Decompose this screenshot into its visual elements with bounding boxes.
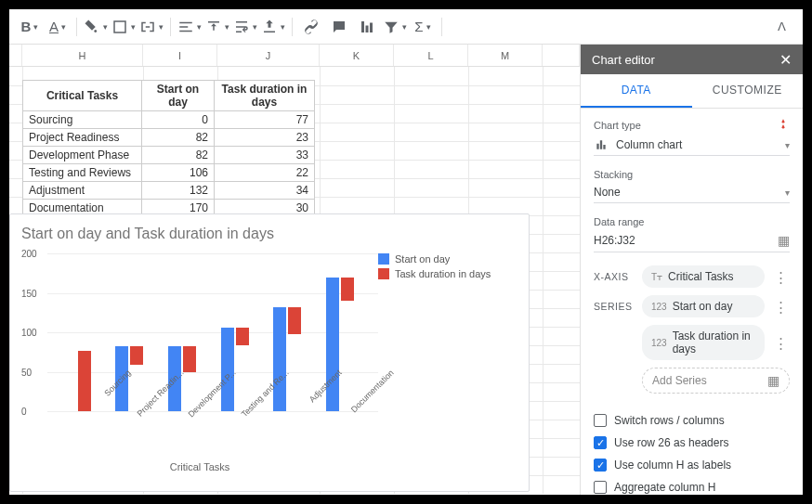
- number-type-icon: 123: [651, 302, 667, 312]
- col-header[interactable]: M: [468, 45, 543, 66]
- spreadsheet-area[interactable]: H I J K L M: [9, 45, 580, 495]
- close-icon[interactable]: ✕: [779, 51, 792, 69]
- aggregate-checkbox[interactable]: Aggregate column H: [594, 481, 790, 494]
- link-icon[interactable]: [298, 14, 324, 40]
- text-color-icon[interactable]: A: [45, 14, 71, 40]
- data-table[interactable]: Critical Tasks Start on day Task duratio…: [22, 80, 315, 217]
- chart-title: Start on day and Task duration in days: [21, 226, 517, 242]
- chart-type-thumb-icon: [777, 118, 790, 133]
- series-chip[interactable]: 123 Task duration in days: [642, 325, 765, 360]
- tab-data[interactable]: DATA: [581, 74, 692, 108]
- table-row: Development Phase8233: [23, 147, 315, 164]
- wrap-icon[interactable]: [232, 14, 258, 40]
- switch-rows-checkbox[interactable]: Switch rows / columns: [594, 414, 790, 427]
- panel-title: Chart editor: [592, 53, 655, 67]
- chart-plot: 050100150200SourcingProject Readin...Dev…: [21, 248, 378, 461]
- number-type-icon: 123: [651, 338, 667, 348]
- merge-icon[interactable]: [138, 14, 164, 40]
- chart-type-select[interactable]: Column chart ▾: [594, 136, 790, 156]
- fill-color-icon[interactable]: [83, 14, 109, 40]
- col-header[interactable]: K: [320, 45, 394, 66]
- align-v-icon[interactable]: [204, 14, 230, 40]
- filter-icon[interactable]: [382, 14, 408, 40]
- table-row: Sourcing077: [23, 111, 315, 129]
- xaxis-chip[interactable]: Tᴛ Critical Tasks: [642, 265, 765, 288]
- chart-type-label: Chart type: [594, 120, 641, 131]
- series-chip[interactable]: 123 Start on day: [642, 295, 765, 317]
- panel-header: Chart editor ✕: [581, 45, 803, 74]
- toolbar: B A Σ ᐱ: [9, 9, 803, 45]
- chart-legend: Start on day Task duration in days: [378, 248, 517, 461]
- use-headers-checkbox[interactable]: ✓Use row 26 as headers: [594, 436, 790, 449]
- use-labels-checkbox[interactable]: ✓Use column H as labels: [594, 459, 790, 472]
- toolbar-collapse-icon[interactable]: ᐱ: [768, 16, 795, 37]
- align-h-icon[interactable]: [177, 14, 203, 40]
- grid-select-icon[interactable]: ▦: [778, 233, 790, 248]
- xaxis-label: X-AXIS: [594, 271, 635, 282]
- table-header[interactable]: Task duration in days: [215, 81, 315, 111]
- col-header[interactable]: I: [143, 45, 217, 66]
- table-row: Adjustment13234: [23, 182, 315, 200]
- table-row: Testing and Reviews10622: [23, 164, 315, 182]
- kebab-icon[interactable]: ⋮: [772, 270, 790, 284]
- table-header[interactable]: Start on day: [142, 81, 215, 111]
- bold-icon[interactable]: B: [17, 14, 43, 40]
- stacking-label: Stacking: [594, 169, 790, 180]
- kebab-icon[interactable]: ⋮: [772, 300, 790, 314]
- rotate-icon[interactable]: [260, 14, 286, 40]
- data-range-input[interactable]: H26:J32: [594, 234, 770, 247]
- grid-select-icon: ▦: [767, 373, 779, 388]
- add-series-button[interactable]: Add Series ▦: [642, 368, 790, 394]
- stacking-select[interactable]: None ▾: [594, 184, 790, 203]
- functions-icon[interactable]: Σ: [410, 14, 436, 40]
- tab-customize[interactable]: CUSTOMIZE: [692, 74, 804, 108]
- series-label: SERIES: [594, 301, 635, 312]
- table-header[interactable]: Critical Tasks: [23, 81, 142, 111]
- borders-icon[interactable]: [111, 14, 137, 40]
- kebab-icon[interactable]: ⋮: [772, 336, 790, 350]
- table-row: Project Readiness8223: [23, 129, 315, 147]
- col-header[interactable]: H: [22, 45, 143, 66]
- col-header[interactable]: L: [394, 45, 468, 66]
- chart-editor-panel: Chart editor ✕ DATA CUSTOMIZE Chart type…: [580, 45, 803, 495]
- embedded-chart[interactable]: Start on day and Task duration in days 0…: [9, 213, 530, 492]
- col-header[interactable]: J: [217, 45, 320, 66]
- column-chart-icon: [594, 138, 609, 151]
- chart-icon[interactable]: [354, 14, 380, 40]
- text-type-icon: Tᴛ: [651, 272, 662, 282]
- data-range-label: Data range: [594, 216, 790, 227]
- comment-icon[interactable]: [326, 14, 352, 40]
